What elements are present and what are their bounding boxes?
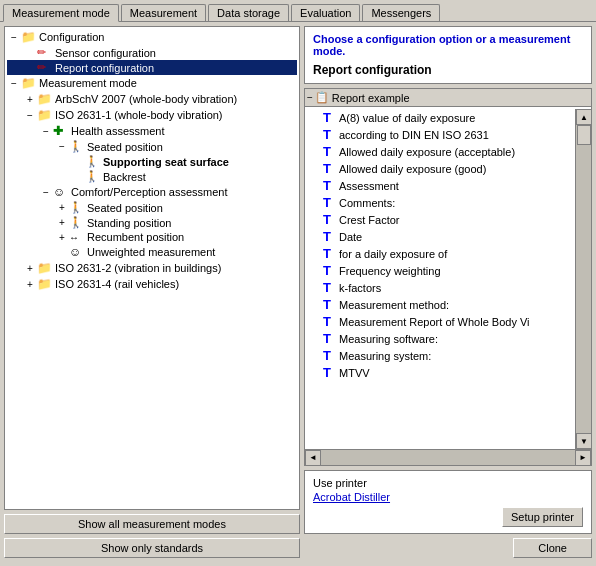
seated-comfort-item[interactable]: + 🚶 Seated position (7, 200, 297, 215)
standing-item[interactable]: + 🚶 Standing position (7, 215, 297, 230)
iso2631-1-folder-icon: 📁 (37, 108, 53, 122)
report-tree-header: − 📋 Report example (305, 89, 591, 107)
horizontal-scrollbar[interactable]: ◄ ► (305, 449, 591, 465)
t-icon-15: T (323, 365, 337, 380)
report-item-label-13: Measuring software: (339, 333, 438, 345)
printer-name[interactable]: Acrobat Distiller (313, 491, 583, 503)
report-item-label-15: MTVV (339, 367, 370, 379)
scroll-track (576, 125, 591, 433)
report-item-label-7: Date (339, 231, 362, 243)
tab-bar: Measurement mode Measurement Data storag… (0, 0, 596, 22)
report-item-label-14: Measuring system: (339, 350, 431, 362)
report-item-label-3: Allowed daily exposure (good) (339, 163, 486, 175)
scroll-thumb[interactable] (577, 125, 591, 145)
report-item-5[interactable]: T Comments: (305, 194, 573, 211)
seated-health-expand-icon: − (55, 141, 69, 152)
t-icon-10: T (323, 280, 337, 295)
iso2631-2-expand-icon: + (23, 263, 37, 274)
t-icon-5: T (323, 195, 337, 210)
vertical-scrollbar[interactable]: ▲ ▼ (575, 109, 591, 449)
health-assessment-item[interactable]: − ✚ Health assessment (7, 123, 297, 139)
printer-label: Use printer (313, 477, 583, 489)
report-item-14[interactable]: T Measuring system: (305, 347, 573, 364)
recumbent-item[interactable]: + ↔ Recumbent position (7, 230, 297, 244)
seated-health-item[interactable]: − 🚶 Seated position (7, 139, 297, 154)
report-item-label-10: k-factors (339, 282, 381, 294)
iso2631-1-item[interactable]: − 📁 ISO 2631-1 (whole-body vibration) (7, 107, 297, 123)
scroll-down-button[interactable]: ▼ (576, 433, 591, 449)
t-icon-14: T (323, 348, 337, 363)
recumbent-arrow-icon: ↔ (69, 232, 85, 243)
comfort-item[interactable]: − ☺ Comfort/Perception assessment (7, 184, 297, 200)
tab-messengers[interactable]: Messengers (362, 4, 440, 21)
sensor-pencil-icon: ✏ (37, 46, 53, 59)
sensor-config-item[interactable]: ✏ Sensor configuration (7, 45, 297, 60)
show-all-button[interactable]: Show all measurement modes (4, 514, 300, 534)
report-item-label-12: Measurement Report of Whole Body Vi (339, 316, 530, 328)
config-section-header[interactable]: − 📁 Configuration (7, 29, 297, 45)
setup-printer-button[interactable]: Setup printer (502, 507, 583, 527)
iso2631-4-expand-icon: + (23, 279, 37, 290)
sensor-config-label: Sensor configuration (55, 47, 156, 59)
unweighted-smile-icon: ☺ (69, 245, 85, 259)
seated-comfort-person-icon: 🚶 (69, 201, 85, 214)
supporting-seat-item[interactable]: 🚶 Supporting seat surface (7, 154, 297, 169)
report-config-item[interactable]: ✏ Report configuration (7, 60, 297, 75)
iso2631-4-label: ISO 2631-4 (rail vehicles) (55, 278, 179, 290)
report-item-9[interactable]: T Frequency weighting (305, 262, 573, 279)
expand-config-icon: − (7, 32, 21, 43)
t-icon-2: T (323, 144, 337, 159)
supporting-person-icon: 🚶 (85, 155, 101, 168)
scroll-up-button[interactable]: ▲ (576, 109, 591, 125)
report-item-12[interactable]: T Measurement Report of Whole Body Vi (305, 313, 573, 330)
tree-container[interactable]: − 📁 Configuration ✏ Sensor configuration… (4, 26, 300, 510)
arbschv-item[interactable]: + 📁 ArbSchV 2007 (whole-body vibration) (7, 91, 297, 107)
report-item-11[interactable]: T Measurement method: (305, 296, 573, 313)
report-item-10[interactable]: T k-factors (305, 279, 573, 296)
unweighted-item[interactable]: ☺ Unweighted measurement (7, 244, 297, 260)
tab-data-storage[interactable]: Data storage (208, 4, 289, 21)
report-item-6[interactable]: T Crest Factor (305, 211, 573, 228)
t-icon-4: T (323, 178, 337, 193)
iso2631-4-folder-icon: 📁 (37, 277, 53, 291)
measurement-section-header[interactable]: − 📁 Measurement mode (7, 75, 297, 91)
iso2631-2-label: ISO 2631-2 (vibration in buildings) (55, 262, 221, 274)
tab-evaluation[interactable]: Evaluation (291, 4, 360, 21)
config-label: Configuration (39, 31, 104, 43)
report-pencil-icon: ✏ (37, 61, 53, 74)
report-item-8[interactable]: T for a daily exposure of (305, 245, 573, 262)
seated-comfort-expand-icon: + (55, 202, 69, 213)
report-item-1[interactable]: T according to DIN EN ISO 2631 (305, 126, 573, 143)
recumbent-expand-icon: + (55, 232, 69, 243)
backrest-label: Backrest (103, 171, 146, 183)
report-item-0[interactable]: T A(8) value of daily exposure (305, 109, 573, 126)
scroll-left-button[interactable]: ◄ (305, 450, 321, 466)
report-tree-collapse-icon[interactable]: − (307, 92, 313, 103)
standing-label: Standing position (87, 217, 171, 229)
iso2631-4-item[interactable]: + 📁 ISO 2631-4 (rail vehicles) (7, 276, 297, 292)
show-standards-button[interactable]: Show only standards (4, 538, 300, 558)
tab-measurement-mode[interactable]: Measurement mode (3, 4, 119, 22)
main-content: − 📁 Configuration ✏ Sensor configuration… (0, 22, 596, 562)
seated-health-person-icon: 🚶 (69, 140, 85, 153)
standing-expand-icon: + (55, 217, 69, 228)
report-item-label-9: Frequency weighting (339, 265, 441, 277)
report-item-4[interactable]: T Assessment (305, 177, 573, 194)
report-item-13[interactable]: T Measuring software: (305, 330, 573, 347)
report-items-scroll[interactable]: T A(8) value of daily exposure T accordi… (305, 109, 591, 449)
clone-button[interactable]: Clone (513, 538, 592, 558)
backrest-item[interactable]: 🚶 Backrest (7, 169, 297, 184)
tab-measurement[interactable]: Measurement (121, 4, 206, 21)
iso2631-2-item[interactable]: + 📁 ISO 2631-2 (vibration in buildings) (7, 260, 297, 276)
report-item-3[interactable]: T Allowed daily exposure (good) (305, 160, 573, 177)
report-tree-folder-icon: 📋 (315, 91, 329, 104)
right-panel: Choose a configuration option or a measu… (304, 26, 592, 558)
measurement-folder-icon: 📁 (21, 76, 37, 90)
t-icon-12: T (323, 314, 337, 329)
report-item-15[interactable]: T MTVV (305, 364, 573, 381)
report-item-2[interactable]: T Allowed daily exposure (acceptable) (305, 143, 573, 160)
report-item-7[interactable]: T Date (305, 228, 573, 245)
scroll-right-button[interactable]: ► (575, 450, 591, 466)
t-icon-3: T (323, 161, 337, 176)
iso2631-2-folder-icon: 📁 (37, 261, 53, 275)
